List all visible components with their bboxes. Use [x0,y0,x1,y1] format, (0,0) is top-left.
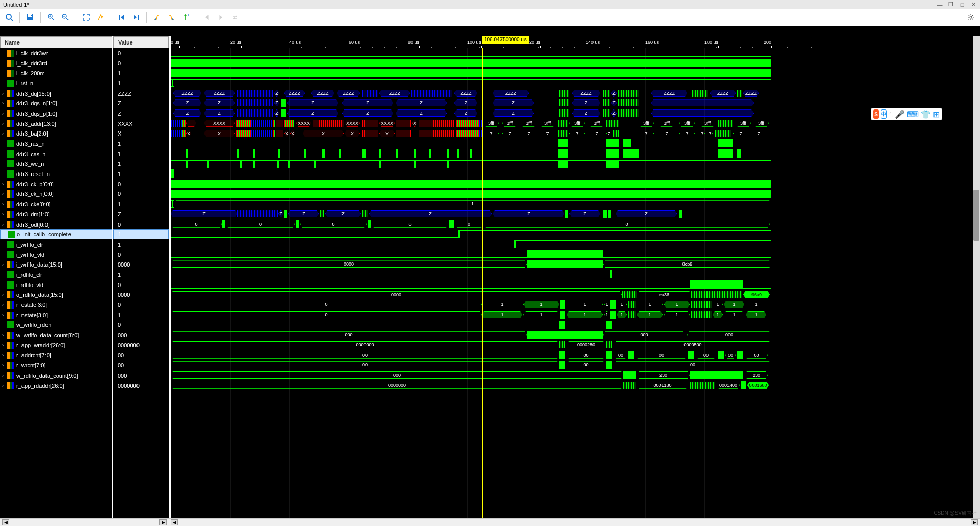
waveform-row[interactable]: XXXXXXX77777777777777 [171,129,980,139]
scrollbar-thumb[interactable] [973,190,979,241]
waveform-row[interactable]: ZZZZZZZZZZZZZZZZZZZZZZZZZZZZZZZZZZZZZZZZ… [171,89,980,99]
ime-logo-icon[interactable]: S [873,109,879,119]
prev-transition-icon[interactable] [151,11,163,24]
signal-row[interactable]: ›ddr3_cke[0:0] [0,199,112,209]
expand-icon[interactable]: › [2,121,7,126]
signal-row[interactable]: ›r_wrcnt[7:0] [0,360,112,370]
swap-icon[interactable] [229,11,241,24]
waveform-row[interactable] [171,280,980,290]
waveform-row[interactable]: ZZZZZZZZZZ [171,98,980,108]
signal-row[interactable]: ddr3_we_n [0,159,112,169]
waveform-row[interactable]: 000000 [171,220,980,230]
expand-icon[interactable]: › [2,131,7,136]
add-marker-icon[interactable]: + [179,11,192,24]
signal-row[interactable]: i_clk_ddr3rd [0,58,112,69]
waveform-row[interactable]: 00000000000000 [171,350,980,361]
ime-grid-icon[interactable]: ⊞ [933,109,940,119]
zoom-cursor-icon[interactable] [95,11,107,24]
minimize-button[interactable]: — [936,1,943,8]
waveform-row[interactable] [171,139,980,149]
waveform-row[interactable]: ZZZZZZZZ [171,209,980,220]
zoom-out-icon[interactable] [59,11,72,24]
next-transition-icon[interactable] [165,11,177,24]
expand-icon[interactable]: › [2,212,7,217]
zoom-fit-icon[interactable] [80,11,93,24]
keyboard-icon[interactable]: ⌨ [907,109,919,119]
signal-row[interactable]: ddr3_reset_n [0,169,112,179]
waveform-row[interactable] [171,179,980,189]
signal-row[interactable]: o_init_calib_complete [0,229,112,239]
waveform-row[interactable] [171,250,980,260]
expand-icon[interactable]: › [2,313,7,318]
expand-icon[interactable]: › [2,111,7,116]
expand-icon[interactable]: › [2,292,7,297]
waveform-row[interactable]: 000000000 [171,330,980,340]
expand-icon[interactable]: › [2,373,7,378]
signal-name-list[interactable]: i_clk_ddr3wri_clk_ddr3rdi_clk_200mi_rst_… [0,48,112,518]
waveform-row[interactable]: 0000ea3696a9 [171,290,980,300]
signal-row[interactable]: ›r_app_rdaddr[26:0] [0,381,112,391]
signal-row[interactable]: ›i_wrfifo_data[15:0] [0,259,112,270]
signal-row[interactable]: ›ddr3_ck_n[0:0] [0,189,112,200]
signal-row[interactable]: ›r_cstate[3:0] [0,300,112,310]
waveform-row[interactable]: 000000 [171,360,980,370]
close-button[interactable]: ✕ [970,1,977,8]
zoom-in-icon[interactable] [45,11,57,24]
signal-row[interactable]: ›ddr3_ck_p[0:0] [0,179,112,189]
waveform-row[interactable] [171,48,980,58]
signal-row[interactable]: ›w_wrfifo_data_count[8:0] [0,330,112,340]
signal-row[interactable]: i_clk_ddr3wr [0,48,112,58]
expand-icon[interactable]: › [2,202,7,207]
cursor-line[interactable] [482,48,483,518]
signal-row[interactable]: ›ddr3_addr[13:0] [0,119,112,129]
waveform-row[interactable]: 01111111111 [171,300,980,310]
signal-row[interactable]: ›ddr3_dq[15:0] [0,89,112,99]
name-scroll-right[interactable]: ▶ [159,519,167,525]
signal-row[interactable]: ›ddr3_dqs_n[1:0] [0,98,112,108]
signal-row[interactable]: ›o_rdfifo_data[15:0] [0,290,112,300]
vertical-scrollbar[interactable] [973,36,980,518]
signal-row[interactable]: ddr3_ras_n [0,139,112,149]
waveform-row[interactable]: 000230230 [171,370,980,381]
waveform-row[interactable]: 00008cb9 [171,259,980,270]
go-first-icon[interactable] [116,11,128,24]
waveform-row[interactable] [171,159,980,169]
expand-icon[interactable]: › [2,343,7,348]
ime-punctuation-icon[interactable]: °, [889,112,893,117]
waveform-row[interactable]: 01111111111 [171,310,980,320]
waveform-row[interactable]: XXXXXXXXXXXXXXXXX3fff3fff3fff3fff3fff3ff… [171,119,980,129]
signal-row[interactable]: ›r_addrcnt[7:0] [0,350,112,361]
signal-row[interactable]: ›ddr3_dm[1:0] [0,209,112,220]
expand-icon[interactable]: › [2,383,7,388]
ime-toolbar[interactable]: S 中 °, 🎤 ⌨ 👕 ⊞ [871,108,942,120]
waveform-row[interactable] [171,149,980,159]
signal-row[interactable]: i_rdfifo_clr [0,270,112,280]
time-ruler[interactable]: 0 us20 us40 us60 us80 us100 us120 us140 … [171,36,980,48]
signal-row[interactable]: ›w_rdfifo_data_count[9:0] [0,370,112,381]
waveform-row[interactable]: 1 [171,199,980,209]
expand-icon[interactable]: › [2,302,7,308]
signal-row[interactable]: i_rdfifo_vld [0,280,112,290]
restore-button[interactable]: ❐ [947,1,954,8]
waveform-row[interactable] [171,239,980,250]
signal-row[interactable]: i_rst_n [0,78,112,89]
microphone-icon[interactable]: 🎤 [895,109,905,119]
prev-edge-icon[interactable] [200,11,213,24]
next-edge-icon[interactable] [215,11,227,24]
waveform-row[interactable] [171,189,980,200]
signal-row[interactable]: ›ddr3_dqs_p[1:0] [0,108,112,119]
expand-icon[interactable]: › [2,191,7,196]
maximize-button[interactable]: □ [959,1,966,8]
ime-lang-toggle[interactable]: 中 [881,109,887,119]
waveform-row[interactable] [171,169,980,179]
waveform-row[interactable]: 000000000002800000500 [171,340,980,350]
waveform-row[interactable]: 0000000000118000014000001680 [171,381,980,391]
expand-icon[interactable]: › [2,262,7,267]
wave-scroll-right[interactable]: ▶ [971,519,978,525]
wave-scroll-left[interactable]: ◀ [171,519,178,525]
waveform-body[interactable]: ZZZZZZZZZZZZZZZZZZZZZZZZZZZZZZZZZZZZZZZZ… [171,48,980,518]
save-icon[interactable] [24,11,36,24]
signal-row[interactable]: ddr3_cas_n [0,149,112,159]
waveform-row[interactable] [171,58,980,69]
signal-row[interactable]: ›ddr3_odt[0:0] [0,220,112,230]
